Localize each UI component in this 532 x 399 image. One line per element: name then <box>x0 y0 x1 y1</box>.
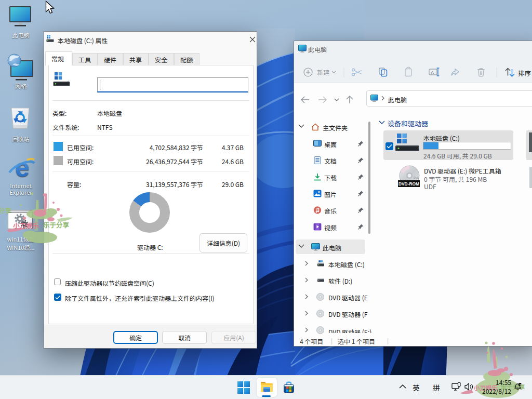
svg-text:e: e <box>15 153 30 181</box>
svg-text:乐于分享: 乐于分享 <box>43 220 70 230</box>
svg-text:乐于分享: 乐于分享 <box>0 205 12 215</box>
svg-text:新建: 新建 <box>317 68 329 76</box>
svg-text:A: A <box>431 70 434 75</box>
svg-text:小刀娱乐: 小刀娱乐 <box>13 220 39 230</box>
